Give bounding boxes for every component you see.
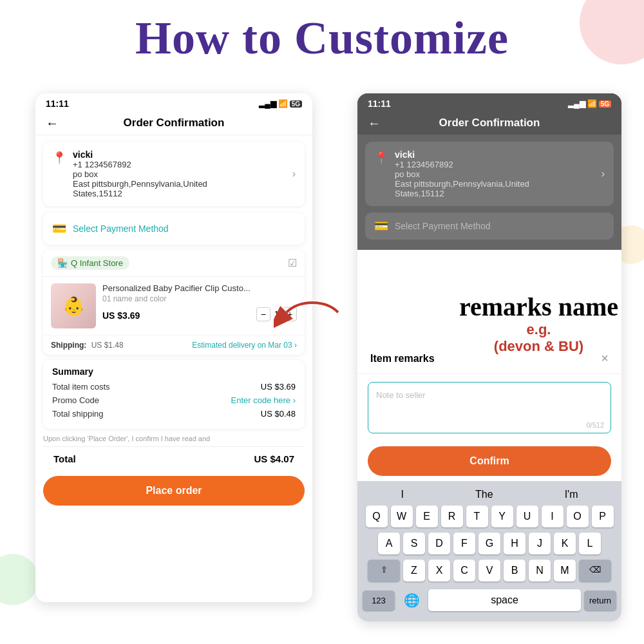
annotation-example-text: (devon & BU) — [459, 338, 618, 355]
key-n[interactable]: N — [529, 560, 551, 582]
key-j[interactable]: J — [529, 533, 551, 554]
note-input-container[interactable]: Note to seller 0/512 — [368, 382, 611, 433]
note-placeholder: Note to seller — [376, 390, 426, 400]
payment-icon-right: 💳 — [374, 219, 388, 233]
summary-row-item-costs: Total item costs US $3.69 — [52, 382, 296, 392]
location-icon-right: 📍 — [374, 151, 388, 165]
key-shift[interactable]: ⇧ — [368, 560, 400, 582]
key-delete[interactable]: ⌫ — [579, 560, 611, 582]
address-phone-right: +1 1234567892 — [395, 160, 595, 169]
payment-label-left: Select Payment Method — [73, 223, 169, 234]
summary-section-left: Summary Total item costs US $3.69 Promo … — [43, 360, 305, 429]
store-header-left: 🏪 Q Infant Store ☑ — [43, 250, 305, 277]
back-button-right[interactable]: ← — [368, 116, 381, 131]
location-icon-left: 📍 — [52, 151, 66, 165]
product-price-left: US $3.69 — [102, 310, 140, 321]
confirm-button[interactable]: Confirm — [368, 446, 611, 476]
payment-card-left[interactable]: 💳 Select Payment Method — [43, 213, 305, 245]
status-bar-left: 11:11 ▂▄▆ 📶 5G — [35, 93, 312, 111]
annotation-name-text: remarks name — [459, 293, 618, 321]
key-d[interactable]: D — [428, 533, 450, 554]
modal-title: Item remarks — [370, 353, 435, 365]
legal-text-left: Upon clicking 'Place Order', I confirm I… — [43, 434, 305, 444]
signal-icon-left: ▂▄▆ — [259, 99, 276, 108]
network-icon-right: 5G — [599, 100, 611, 108]
store-badge-left[interactable]: 🏪 Q Infant Store — [51, 256, 129, 270]
qty-minus-left[interactable]: − — [256, 307, 270, 321]
shipping-cost-left: US $1.48 — [91, 341, 124, 350]
suggestion-i[interactable]: I — [401, 489, 404, 500]
promo-label: Promo Code — [52, 395, 99, 405]
key-k[interactable]: K — [554, 533, 576, 554]
status-bar-right: 11:11 ▂▄▆ 📶 5G — [357, 93, 621, 111]
keyboard: I The I'm Q W E R T Y U I O P A S D — [357, 481, 621, 621]
address-card-right[interactable]: 📍 vicki +1 1234567892 po box East pittsb… — [365, 142, 614, 206]
product-row-left: 👶 Personalized Baby Pacifier Clip Custo.… — [43, 277, 305, 335]
address-phone-left: +1 1234567892 — [73, 160, 286, 169]
key-o[interactable]: O — [567, 506, 589, 527]
key-q[interactable]: Q — [366, 506, 388, 527]
back-button-left[interactable]: ← — [46, 116, 59, 131]
key-return[interactable]: return — [584, 591, 616, 611]
key-h[interactable]: H — [504, 533, 526, 554]
signal-icon-right: ▂▄▆ — [568, 99, 585, 108]
key-b[interactable]: B — [504, 560, 526, 582]
key-r[interactable]: R — [441, 506, 463, 527]
globe-icon[interactable]: 🌐 — [398, 587, 425, 614]
shipping-delivery-left: Estimated delivery on Mar 03 › — [192, 341, 297, 350]
key-u[interactable]: U — [516, 506, 538, 527]
key-t[interactable]: T — [466, 506, 488, 527]
header-title-left: Order Confirmation — [124, 117, 225, 129]
key-c[interactable]: C — [453, 560, 475, 582]
suggestion-the[interactable]: The — [475, 489, 493, 500]
key-v[interactable]: V — [478, 560, 500, 582]
store-note-icon-left[interactable]: ☑ — [288, 257, 297, 269]
shipping-row-left: Shipping: US $1.48 Estimated delivery on… — [43, 335, 305, 355]
payment-card-right[interactable]: 💳 Select Payment Method — [365, 213, 614, 240]
annotation-block: remarks name e.g. (devon & BU) — [459, 293, 618, 355]
address-chevron-right: › — [601, 168, 605, 180]
key-p[interactable]: P — [592, 506, 614, 527]
network-icon-left: 5G — [290, 100, 302, 108]
key-m[interactable]: M — [554, 560, 576, 582]
key-123[interactable]: 123 — [363, 591, 395, 611]
key-x[interactable]: X — [428, 560, 450, 582]
left-phone-screenshot: 11:11 ▂▄▆ 📶 5G ← Order Confirmation 📍 vi… — [35, 93, 312, 602]
store-icon-left: 🏪 — [57, 258, 68, 268]
total-shipping-value: US $0.48 — [261, 409, 296, 419]
wifi-icon-left: 📶 — [278, 99, 288, 108]
status-icons-left: ▂▄▆ 📶 5G — [259, 99, 302, 108]
summary-title-left: Summary — [52, 366, 296, 377]
wifi-icon-right: 📶 — [587, 99, 597, 108]
suggestion-im[interactable]: I'm — [565, 489, 578, 500]
key-i[interactable]: I — [542, 506, 564, 527]
key-f[interactable]: F — [453, 533, 475, 554]
payment-label-right: Select Payment Method — [395, 221, 491, 231]
key-e[interactable]: E — [416, 506, 438, 527]
instructional-arrow — [274, 293, 351, 332]
key-z[interactable]: Z — [403, 560, 425, 582]
address-line3-right: States,15112 — [395, 189, 595, 198]
store-name-left: Q Infant Store — [71, 258, 123, 268]
annotation-eg-text: e.g. — [459, 321, 618, 338]
key-s[interactable]: S — [403, 533, 425, 554]
address-content-right: vicki +1 1234567892 po box East pittsbur… — [395, 149, 595, 198]
key-w[interactable]: W — [391, 506, 413, 527]
key-space[interactable]: space — [428, 589, 581, 611]
address-card-left[interactable]: 📍 vicki +1 1234567892 po box East pittsb… — [43, 142, 305, 206]
summary-row-shipping: Total shipping US $0.48 — [52, 409, 296, 419]
address-line2-right: East pittsburgh,Pennsylvania,United — [395, 179, 595, 189]
keyboard-row-2: A S D F G H J K L — [360, 533, 619, 554]
shipping-label-left: Shipping: — [51, 341, 86, 350]
key-g[interactable]: G — [478, 533, 500, 554]
key-l[interactable]: L — [579, 533, 601, 554]
item-costs-value: US $3.69 — [261, 382, 296, 392]
summary-row-promo[interactable]: Promo Code Enter code here › — [52, 395, 296, 405]
key-a[interactable]: A — [378, 533, 400, 554]
place-order-button[interactable]: Place order — [43, 476, 305, 506]
page-header-right: ← Order Confirmation — [357, 111, 621, 135]
promo-value[interactable]: Enter code here › — [231, 395, 296, 405]
time-left: 11:11 — [46, 99, 69, 109]
product-image-left: 👶 — [51, 283, 96, 328]
key-y[interactable]: Y — [491, 506, 513, 527]
